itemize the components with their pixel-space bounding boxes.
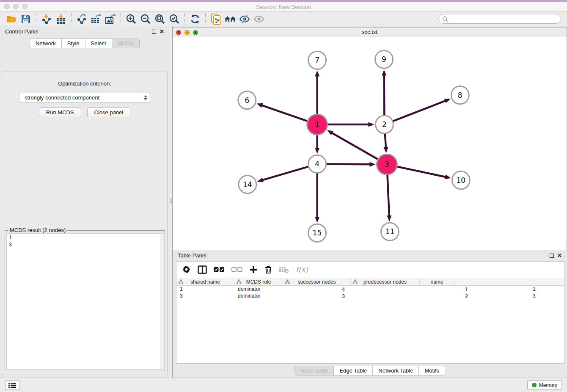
close-panel-button[interactable]: Close panel [87,108,131,117]
mcds-result-text[interactable]: 1 3 [6,233,163,370]
splitter-grip-icon[interactable] [170,198,172,203]
tree-icon [237,279,241,284]
graph-edge-3-1[interactable] [331,133,379,160]
network-minimize-button[interactable]: − [184,30,190,35]
zoom-out-button[interactable] [139,13,152,25]
refresh-layout-button[interactable] [189,13,201,25]
magnifier-plus-icon [126,14,137,25]
houses-icon [224,14,237,24]
memory-button[interactable]: Memory [527,380,562,390]
magnifier-fit-icon [154,14,165,25]
result-scrollbar[interactable] [160,234,163,369]
search-field[interactable] [438,14,561,24]
graph-node-label: 1 [315,120,319,129]
graph-edge-2-9[interactable] [384,75,385,116]
network-graph-svg[interactable]: 7968124314101511 [173,36,567,250]
deselect-all-button[interactable] [231,267,242,273]
float-table-panel-icon[interactable] [550,254,554,258]
table-body: 1dominator4113dominator323 [176,286,564,299]
homes-button[interactable] [224,13,237,25]
float-panel-icon[interactable] [152,30,156,34]
toolbar-separator [205,13,206,25]
graph-edge-1-6[interactable] [261,105,308,121]
graph-node-label: 15 [313,229,322,237]
graph-edge-4-3[interactable] [325,164,371,164]
table-cell: 1 [176,286,234,293]
export-image-button[interactable] [104,13,117,25]
tab-mcds[interactable]: MCDS [112,39,140,48]
memory-status-icon [532,383,537,387]
floppy-disk-icon [21,14,31,24]
column-header-MCDS-role[interactable]: MCDS role [234,278,283,285]
select-all-button[interactable] [214,267,225,273]
column-header-shared-name[interactable]: shared name [176,278,234,285]
network-close-button[interactable]: ✕ [176,30,181,35]
tab-network-table[interactable]: Network Table [372,366,418,375]
table-cell: 3 [283,293,406,299]
graph-edge-arrowhead [315,217,319,223]
close-panel-icon[interactable]: ✕ [160,29,164,34]
graph-edge-arrowhead [369,122,374,127]
criterion-dropdown[interactable]: strongly connected component [19,93,150,102]
import-table-button[interactable] [55,13,67,25]
copy-network-button[interactable] [209,13,222,25]
graph-node-label: 2 [382,120,387,129]
delete-table-button[interactable] [279,266,289,273]
apply-function-button[interactable]: f(x) [296,265,308,274]
table-cell: dominator [234,286,283,293]
graph-edge-2-3[interactable] [385,133,386,148]
trash-icon [264,265,272,274]
graph-node-label: 14 [243,180,252,188]
open-file-button[interactable] [5,13,18,25]
close-window-button[interactable] [4,4,10,9]
show-columns-button[interactable] [198,265,207,274]
right-area: ✕ − + scc.txt 7968124314101511 Table Pan… [173,26,567,378]
graph-edge-3-11[interactable] [387,174,389,216]
panel-splitter[interactable] [169,26,173,378]
network-window-titlebar[interactable]: ✕ − + scc.txt [173,28,567,36]
graph-edge-4-14[interactable] [262,166,309,180]
window-titlebar[interactable]: Session: New Session [0,2,567,12]
save-session-button[interactable] [19,13,32,25]
graph-edge-2-8[interactable] [392,100,446,121]
tab-network[interactable]: Network [30,39,61,48]
column-header-successor-nodes[interactable]: successor nodes [283,278,351,285]
import-network-button[interactable] [40,13,53,25]
network-maximize-button[interactable]: + [193,30,198,35]
zoom-selected-button[interactable] [168,13,181,25]
network-canvas[interactable]: 7968124314101511 [173,36,567,250]
graph-edge-arrowhead [315,70,319,76]
tab-style[interactable]: Style [61,39,85,48]
export-network-button[interactable] [75,13,88,25]
tab-node-table[interactable]: Node Table [295,366,334,375]
run-mcds-button[interactable]: Run MCDS [39,108,81,117]
search-input[interactable] [450,16,557,22]
graph-edge-3-10[interactable] [396,166,446,177]
delete-column-button[interactable] [264,265,272,274]
column-header-predecessor-nodes[interactable]: predecessor nodes [351,278,420,285]
tab-select[interactable]: Select [85,39,112,48]
tab-motifs[interactable]: Motifs [418,366,445,375]
tab-edge-table[interactable]: Edge Table [333,366,372,375]
zoom-window-button[interactable] [22,4,28,9]
table-panel-header: Table Panel ✕ [173,250,567,261]
criterion-dropdown-value: strongly connected component [25,94,99,101]
table-row[interactable]: 3dominator323 [176,293,564,299]
column-header-name[interactable]: name [420,278,454,285]
table-row[interactable]: 1dominator411 [176,286,564,293]
hide-selected-button[interactable] [238,13,251,25]
network-import-icon [41,14,52,25]
network-export-icon [76,14,87,25]
minimize-window-button[interactable] [13,4,19,9]
task-history-button[interactable] [5,380,19,390]
node-table-container: f(x) shared nameMCDS rolesuccessor nodes… [176,261,564,364]
table-settings-button[interactable] [182,265,191,274]
window-traffic-lights[interactable] [4,4,28,9]
export-table-button[interactable] [90,13,102,25]
zoom-fit-button[interactable] [154,13,166,25]
add-column-button[interactable] [249,265,258,274]
graph-node-label: 3 [385,160,389,168]
zoom-in-button[interactable] [125,13,138,25]
show-all-button[interactable] [253,13,265,25]
close-table-panel-icon[interactable]: ✕ [557,253,562,258]
